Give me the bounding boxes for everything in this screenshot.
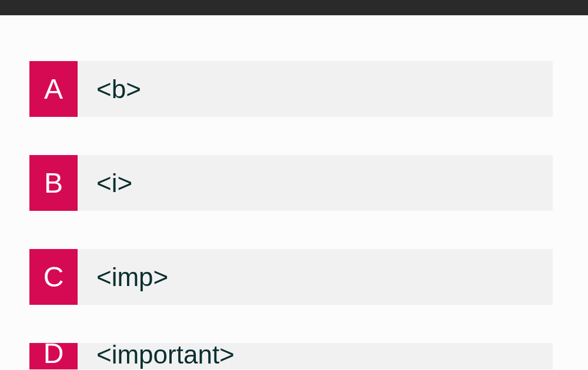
option-a[interactable]: A <b>	[29, 61, 553, 117]
option-text-d: <important>	[78, 343, 553, 369]
option-letter-a: A	[29, 61, 78, 117]
option-letter-c: C	[29, 249, 78, 305]
option-text-a: <b>	[78, 61, 553, 117]
option-text-c: <imp>	[78, 249, 553, 305]
option-letter-b: B	[29, 155, 78, 211]
option-c[interactable]: C <imp>	[29, 249, 553, 305]
top-bar	[0, 0, 588, 15]
option-letter-d: D	[29, 343, 78, 369]
option-b[interactable]: B <i>	[29, 155, 553, 211]
option-d[interactable]: D <important>	[29, 343, 553, 369]
quiz-options: A <b> B <i> C <imp> D <important>	[0, 15, 588, 369]
option-text-b: <i>	[78, 155, 553, 211]
